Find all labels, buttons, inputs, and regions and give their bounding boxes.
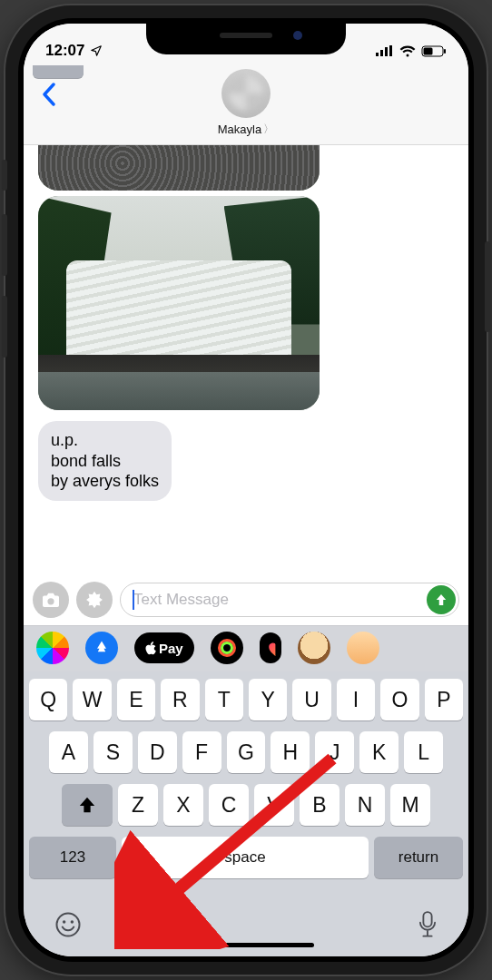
key-i[interactable]: I — [337, 679, 375, 720]
incoming-message-bubble[interactable]: u.p. bond falls by averys folks — [38, 421, 172, 501]
animoji-app-icon[interactable] — [298, 632, 330, 664]
apple-pay-label: Pay — [159, 641, 183, 656]
key-x[interactable]: X — [163, 784, 203, 826]
home-indicator[interactable] — [178, 943, 314, 947]
chevron-right-icon: 〉 — [263, 122, 274, 137]
incoming-photo-2[interactable] — [38, 196, 320, 410]
conversation-scroll[interactable]: u.p. bond falls by averys folks — [24, 145, 468, 576]
key-u[interactable]: U — [292, 679, 330, 720]
key-l[interactable]: L — [404, 731, 443, 773]
clock: 12:07 — [45, 42, 84, 60]
keyboard: QWERTYUIOP ASDFGHJKL ZXCVBNM 123 space r… — [24, 671, 468, 956]
compose-bar — [24, 576, 468, 625]
svg-point-8 — [57, 914, 80, 936]
key-t[interactable]: T — [205, 679, 243, 720]
side-button — [485, 241, 490, 332]
app-store-app-icon[interactable] — [85, 632, 118, 664]
svg-rect-0 — [376, 53, 379, 56]
contact-avatar[interactable] — [221, 69, 271, 118]
mute-switch — [2, 160, 7, 191]
memoji-app-icon[interactable] — [347, 632, 379, 664]
incoming-message-text: u.p. bond falls by averys folks — [51, 431, 159, 490]
svg-rect-5 — [424, 47, 433, 54]
key-c[interactable]: C — [209, 784, 249, 826]
key-q[interactable]: Q — [29, 679, 67, 720]
message-input[interactable] — [120, 583, 459, 617]
emoji-key[interactable] — [54, 911, 82, 942]
svg-rect-3 — [389, 45, 392, 56]
text-cursor — [133, 590, 134, 610]
key-o[interactable]: O — [380, 679, 418, 720]
cell-signal-icon — [376, 45, 394, 56]
key-d[interactable]: D — [138, 731, 177, 773]
imessage-app-strip[interactable]: Pay — [24, 625, 468, 671]
key-g[interactable]: G — [227, 731, 266, 773]
return-key[interactable]: return — [374, 837, 463, 878]
fitness-app-icon[interactable] — [211, 632, 243, 664]
svg-rect-11 — [423, 912, 431, 926]
volume-up-button — [2, 214, 7, 276]
camera-button[interactable] — [33, 582, 69, 618]
location-icon — [90, 44, 103, 57]
incoming-photo-1[interactable] — [38, 145, 320, 191]
svg-rect-2 — [385, 47, 388, 56]
key-j[interactable]: J — [315, 731, 354, 773]
key-a[interactable]: A — [49, 731, 88, 773]
app-drawer-button[interactable] — [76, 582, 113, 618]
conversation-header: Makayla 〉 — [24, 65, 468, 145]
key-y[interactable]: Y — [249, 679, 287, 720]
svg-point-9 — [63, 920, 66, 924]
wifi-icon — [399, 45, 416, 57]
svg-rect-6 — [444, 49, 446, 54]
key-z[interactable]: Z — [118, 784, 158, 826]
svg-point-10 — [71, 920, 74, 924]
key-b[interactable]: B — [300, 784, 339, 826]
space-key[interactable]: space — [122, 837, 369, 878]
photos-app-icon[interactable] — [36, 632, 69, 664]
digital-touch-app-icon[interactable] — [260, 632, 281, 663]
key-v[interactable]: V — [254, 784, 294, 826]
contact-name-button[interactable]: Makayla 〉 — [218, 122, 274, 137]
shift-key[interactable] — [62, 784, 113, 826]
numbers-key[interactable]: 123 — [29, 837, 116, 878]
key-h[interactable]: H — [271, 731, 310, 773]
volume-down-button — [2, 296, 7, 358]
key-r[interactable]: R — [161, 679, 199, 720]
key-w[interactable]: W — [73, 679, 111, 720]
send-button[interactable] — [427, 585, 456, 614]
key-e[interactable]: E — [117, 679, 155, 720]
device-notch — [146, 24, 346, 54]
contact-name-label: Makayla — [218, 122, 261, 136]
key-m[interactable]: M — [390, 784, 430, 826]
key-s[interactable]: S — [93, 731, 133, 773]
key-p[interactable]: P — [425, 679, 463, 720]
apple-pay-app-icon[interactable]: Pay — [134, 632, 194, 663]
key-f[interactable]: F — [182, 731, 221, 773]
svg-rect-1 — [380, 50, 383, 56]
key-k[interactable]: K — [359, 731, 399, 773]
key-n[interactable]: N — [345, 784, 385, 826]
battery-icon — [421, 45, 447, 57]
dictation-key[interactable] — [418, 911, 438, 942]
back-button[interactable] — [33, 78, 65, 111]
svg-point-7 — [47, 598, 54, 604]
